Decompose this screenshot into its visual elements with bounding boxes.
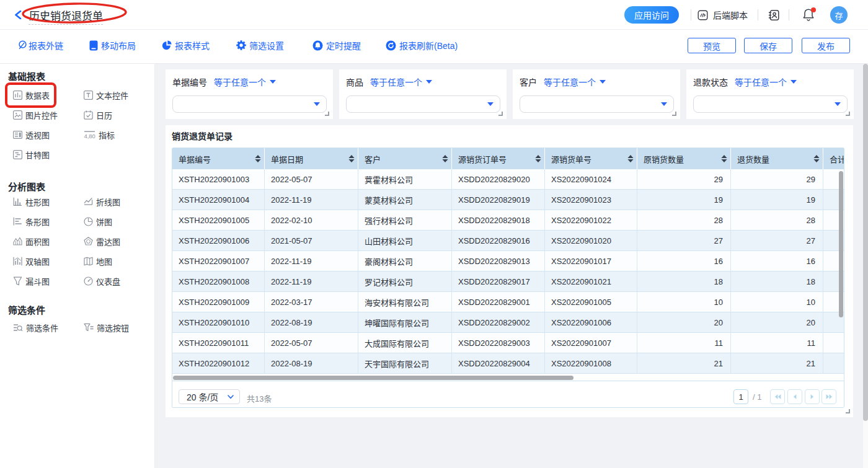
svg-text:4,80: 4,80 <box>84 133 95 139</box>
